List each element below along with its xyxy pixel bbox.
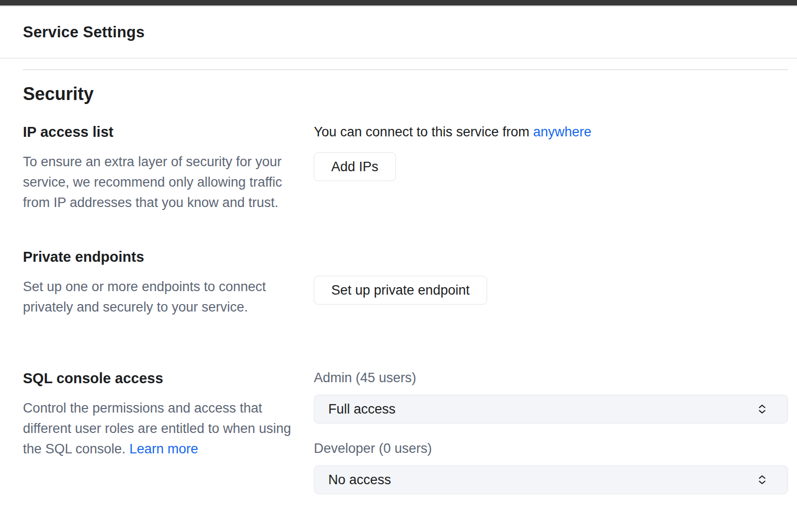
row-ip-access-list: IP access list To ensure an extra layer … — [23, 123, 788, 213]
admin-users-label: Admin (45 users) — [314, 369, 788, 386]
private-endpoints-description: Set up one or more endpoints to connect … — [23, 277, 292, 318]
connect-from-prefix: You can connect to this service from — [314, 124, 533, 139]
developer-access-select[interactable]: No access — [314, 465, 788, 494]
private-endpoints-left: Private endpoints Set up one or more end… — [23, 248, 314, 318]
admin-access-select[interactable]: Full access — [314, 395, 788, 424]
developer-access-field: Developer (0 users) No access — [314, 440, 788, 494]
ip-access-heading: IP access list — [23, 123, 292, 141]
row-sql-console-access: SQL console access Control the permissio… — [23, 369, 788, 494]
row-private-endpoints: Private endpoints Set up one or more end… — [23, 248, 788, 318]
developer-access-value: No access — [328, 472, 391, 488]
anywhere-link[interactable]: anywhere — [533, 124, 591, 139]
chevron-up-down-icon — [756, 402, 769, 416]
connect-from-text: You can connect to this service from any… — [314, 123, 788, 141]
chevron-up-down-icon — [756, 473, 769, 487]
sql-console-heading: SQL console access — [23, 369, 292, 387]
ip-access-description: To ensure an extra layer of security for… — [23, 152, 292, 213]
learn-more-link[interactable]: Learn more — [130, 441, 198, 456]
page-header: Service Settings — [0, 6, 797, 59]
add-ips-button[interactable]: Add IPs — [314, 152, 396, 181]
admin-access-value: Full access — [328, 402, 396, 417]
ip-access-right: You can connect to this service from any… — [314, 123, 788, 213]
page-title: Service Settings — [23, 23, 144, 41]
private-endpoints-heading: Private endpoints — [23, 248, 292, 266]
window-top-bar — [0, 0, 797, 6]
security-section: Security IP access list To ensure an ext… — [23, 69, 788, 494]
sql-console-left: SQL console access Control the permissio… — [23, 369, 314, 494]
ip-access-left: IP access list To ensure an extra layer … — [23, 123, 314, 213]
section-title-security: Security — [23, 83, 788, 105]
admin-access-field: Admin (45 users) Full access — [314, 369, 788, 424]
sql-console-description: Control the permissions and access that … — [23, 398, 292, 459]
private-endpoints-right: Set up private endpoint — [314, 248, 788, 318]
setup-private-endpoint-button[interactable]: Set up private endpoint — [314, 276, 487, 305]
developer-users-label: Developer (0 users) — [314, 440, 788, 457]
sql-console-right: Admin (45 users) Full access Developer (… — [314, 369, 788, 494]
